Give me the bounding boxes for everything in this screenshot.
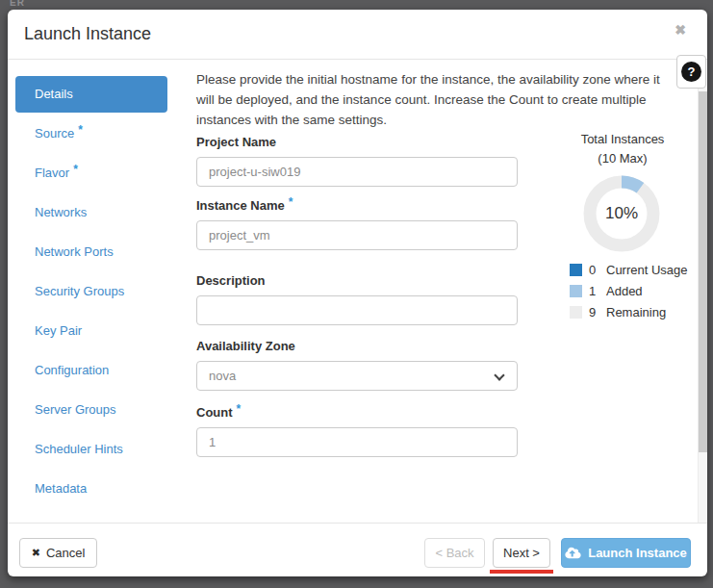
sidebar-item-label: Details <box>35 87 73 101</box>
instances-donut-chart: 10% <box>583 175 660 252</box>
help-button[interactable]: ? <box>676 55 706 89</box>
x-icon: ✖ <box>32 547 40 559</box>
sidebar-item-security-groups[interactable]: Security Groups <box>15 273 167 310</box>
background-page-remnant-text: ER <box>10 0 25 8</box>
project-name-field-group: Project Name <box>196 135 518 187</box>
scrollbar-track[interactable] <box>698 60 707 523</box>
cloud-upload-icon <box>565 547 581 559</box>
cancel-button[interactable]: ✖ Cancel <box>19 538 97 568</box>
legend-label: Added <box>606 284 643 298</box>
label-text: Availability Zone <box>196 339 295 353</box>
sidebar-item-label: Security Groups <box>35 284 124 298</box>
quota-chart-subtitle: (10 Max) <box>546 151 700 166</box>
instance-name-label: Instance Name* <box>196 198 518 213</box>
legend-swatch-remaining <box>570 306 582 319</box>
legend-label: Remaining <box>606 305 666 320</box>
sidebar-item-key-pair[interactable]: Key Pair <box>15 313 167 349</box>
next-button-red-underline-annotation <box>490 570 553 574</box>
step-description: Please provide the initial hostname for … <box>196 69 677 130</box>
legend-count: 1 <box>589 284 600 298</box>
wizard-sidebar: Details Source* Flavor* Networks Network… <box>15 76 167 510</box>
label-text: Instance Name <box>196 198 285 213</box>
legend-count: 0 <box>589 263 600 277</box>
back-button[interactable]: < Back <box>424 538 485 568</box>
launch-instance-button[interactable]: Launch Instance <box>561 538 691 568</box>
sidebar-item-networks[interactable]: Networks <box>15 194 167 231</box>
launch-instance-modal: Launch Instance ✖ ? Details Source* Flav… <box>8 10 707 576</box>
availability-zone-field-group: Availability Zone nova <box>196 339 518 391</box>
availability-zone-label: Availability Zone <box>196 339 518 353</box>
sidebar-item-label: Server Groups <box>35 402 116 417</box>
availability-zone-select[interactable]: nova <box>196 361 518 391</box>
sidebar-item-label: Source <box>35 126 74 141</box>
scrollbar-thumb[interactable] <box>699 91 707 452</box>
sidebar-item-source[interactable]: Source* <box>15 115 167 152</box>
chevron-down-icon <box>494 370 504 380</box>
quota-chart-title: Total Instances <box>546 132 700 146</box>
sidebar-item-label: Configuration <box>35 363 109 377</box>
donut-percentage-label: 10% <box>583 175 660 252</box>
count-field-group: Count* <box>196 405 518 457</box>
next-button[interactable]: Next > <box>493 538 550 568</box>
sidebar-item-flavor[interactable]: Flavor* <box>15 155 167 192</box>
sidebar-item-metadata[interactable]: Metadata <box>15 471 167 507</box>
label-text: Count <box>196 405 233 420</box>
quota-legend: 0 Current Usage 1 Added 9 Remaining <box>570 263 688 326</box>
sidebar-item-scheduler-hints[interactable]: Scheduler Hints <box>15 431 167 468</box>
required-asterisk: * <box>237 402 242 416</box>
cancel-button-label: Cancel <box>46 546 85 560</box>
modal-title: Launch Instance <box>24 24 151 44</box>
sidebar-item-label: Scheduler Hints <box>35 442 123 456</box>
required-asterisk: * <box>289 195 293 209</box>
legend-label: Current Usage <box>606 263 688 277</box>
count-input[interactable] <box>196 427 518 457</box>
sidebar-item-server-groups[interactable]: Server Groups <box>15 392 167 428</box>
close-icon[interactable]: ✖ <box>675 22 686 38</box>
description-input[interactable] <box>196 295 518 325</box>
sidebar-item-label: Networks <box>35 205 87 219</box>
description-field-group: Description <box>196 273 518 325</box>
instance-name-field-group: Instance Name* <box>196 198 518 250</box>
legend-count: 9 <box>589 305 600 320</box>
selected-option: nova <box>209 369 236 383</box>
footer-divider <box>8 523 707 524</box>
legend-row-current-usage: 0 Current Usage <box>570 263 688 277</box>
description-label: Description <box>196 273 518 288</box>
sidebar-item-configuration[interactable]: Configuration <box>15 352 167 389</box>
count-label: Count* <box>196 405 518 420</box>
required-asterisk: * <box>73 163 78 176</box>
project-name-label: Project Name <box>196 135 518 149</box>
legend-swatch-added <box>570 285 582 297</box>
question-circle-icon: ? <box>681 62 701 82</box>
sidebar-item-label: Key Pair <box>35 323 82 338</box>
label-text: Description <box>196 273 266 288</box>
label-text: Project Name <box>196 135 276 149</box>
legend-row-remaining: 9 Remaining <box>570 305 688 320</box>
sidebar-item-label: Network Ports <box>35 244 114 259</box>
required-asterisk: * <box>78 123 83 137</box>
sidebar-item-label: Metadata <box>35 481 87 496</box>
legend-row-added: 1 Added <box>570 284 688 298</box>
sidebar-item-label: Flavor <box>35 166 69 180</box>
sidebar-item-details[interactable]: Details <box>15 76 167 113</box>
project-name-input[interactable] <box>196 157 518 187</box>
sidebar-item-network-ports[interactable]: Network Ports <box>15 234 167 270</box>
instance-name-input[interactable] <box>196 220 518 250</box>
legend-swatch-current <box>570 264 582 276</box>
modal-header: Launch Instance ✖ <box>8 10 707 60</box>
launch-button-label: Launch Instance <box>588 546 687 560</box>
